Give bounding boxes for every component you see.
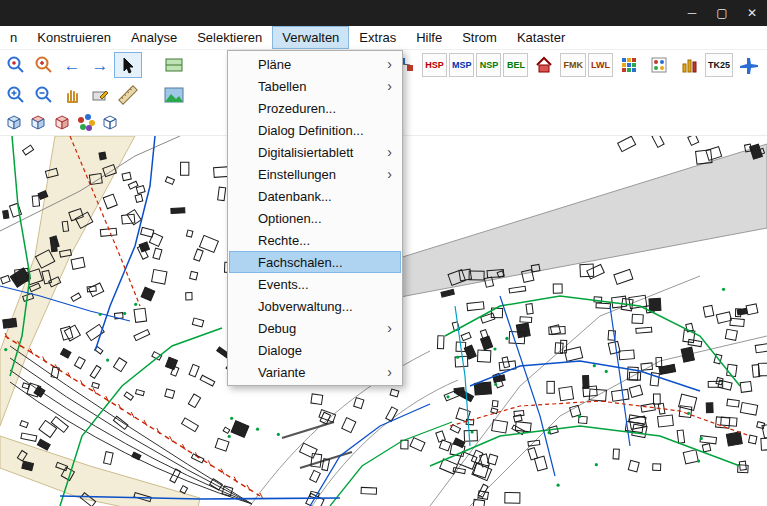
menu-item-fachschalen[interactable]: Fachschalen... (229, 251, 401, 273)
fachschale-bel-button[interactable]: BEL (503, 53, 528, 77)
menu-item-plaene[interactable]: Pläne› (229, 53, 401, 75)
back-button[interactable]: ← (58, 52, 86, 78)
back-arrow-icon: ← (64, 57, 81, 74)
airplane-icon (738, 54, 760, 76)
submenu-arrow-icon: › (387, 321, 392, 335)
fachschale-lwl-button[interactable]: LWL (588, 53, 613, 77)
cube-red-icon (53, 114, 71, 132)
zoom-select-button[interactable] (2, 52, 30, 78)
menubar-item-konstruieren[interactable]: Konstruieren (27, 26, 121, 49)
menu-item-digitalisiertablett[interactable]: Digitalisiertablett› (229, 141, 401, 163)
zoom-in-icon (6, 85, 26, 105)
menubar-item-strom[interactable]: Strom (452, 26, 507, 49)
fachschale-hsp-button[interactable]: HSP (422, 53, 447, 77)
fachschale-nsp-button[interactable]: NSP (476, 53, 501, 77)
pointer-tool-button[interactable] (114, 52, 142, 78)
zoom-out-icon (34, 85, 54, 105)
menu-item-datenbank[interactable]: Datenbank... (229, 185, 401, 207)
menubar-item-verwalten[interactable]: Verwalten (272, 26, 349, 49)
toolbar-mid-group-2 (160, 82, 188, 108)
close-button[interactable]: ✕ (737, 0, 767, 26)
menubar-item-kataster[interactable]: Kataster (507, 26, 575, 49)
menu-item-events[interactable]: Events... (229, 273, 401, 295)
printer-pencil-icon (90, 85, 110, 105)
raster-icon (620, 56, 638, 74)
menubar-item-extras[interactable]: Extras (349, 26, 406, 49)
raster-layer-button-1[interactable] (615, 52, 643, 78)
zoom-in-button[interactable] (2, 82, 30, 108)
cube-view-button-3[interactable] (50, 113, 74, 133)
columns-icon (680, 56, 698, 74)
verwalten-menu: Pläne› Tabellen› Prozeduren... Dialog De… (227, 50, 403, 386)
menubar-item-selektieren[interactable]: Selektieren (187, 26, 272, 49)
redline-button[interactable] (86, 82, 114, 108)
fachschale-msp-button[interactable]: MSP (449, 53, 475, 77)
toolbar-right-group: HSP MSP NSP BEL FMK LWL TK25 (362, 52, 763, 78)
chart-columns-button[interactable] (675, 52, 703, 78)
raster-grid-icon (650, 56, 668, 74)
cube-view-button-1[interactable] (2, 113, 26, 133)
tk25-button[interactable]: TK25 (705, 53, 733, 77)
submenu-arrow-icon: › (387, 79, 392, 93)
ruler-icon (117, 84, 139, 106)
cube-view-button-2[interactable] (26, 113, 50, 133)
menubar-item-analyse[interactable]: Analyse (121, 26, 187, 49)
menu-item-prozeduren[interactable]: Prozeduren... (229, 97, 401, 119)
menu-item-einstellungen[interactable]: Einstellungen› (229, 163, 401, 185)
house-icon (534, 55, 554, 75)
submenu-arrow-icon: › (387, 57, 392, 71)
toolbar-mid-group (160, 52, 188, 78)
fachschale-fmk-button[interactable]: FMK (560, 53, 586, 77)
menu-item-optionen[interactable]: Optionen... (229, 207, 401, 229)
minimize-button[interactable]: ─ (677, 0, 707, 26)
cube-red-blue-icon (29, 114, 47, 132)
menubar-item-truncated[interactable]: n (0, 26, 27, 49)
submenu-arrow-icon: › (387, 167, 392, 181)
forward-arrow-icon: → (92, 57, 109, 74)
menubar: n Konstruieren Analyse Selektieren Verwa… (0, 26, 767, 50)
cube-outline-icon (101, 114, 119, 132)
magnifier-star-icon (34, 55, 54, 75)
airplane-button[interactable] (735, 52, 763, 78)
menu-item-jobverwaltung[interactable]: Jobverwaltung... (229, 295, 401, 317)
submenu-arrow-icon: › (387, 365, 392, 379)
plan-sheet-button[interactable] (160, 52, 188, 78)
menu-item-dialoge[interactable]: Dialoge (229, 339, 401, 361)
menu-item-dialog-definition[interactable]: Dialog Definition... (229, 119, 401, 141)
menu-item-tabellen[interactable]: Tabellen› (229, 75, 401, 97)
zoom-out-button[interactable] (30, 82, 58, 108)
forward-button[interactable]: → (86, 52, 114, 78)
menu-item-rechte[interactable]: Rechte... (229, 229, 401, 251)
theme-dots-button[interactable] (74, 113, 98, 133)
submenu-arrow-icon: › (387, 145, 392, 159)
maximize-button[interactable]: ▢ (707, 0, 737, 26)
titlebar: ─ ▢ ✕ (0, 0, 767, 26)
menubar-item-hilfe[interactable]: Hilfe (406, 26, 452, 49)
plan-sheet-icon (164, 56, 184, 74)
photo-button[interactable] (160, 82, 188, 108)
cursor-icon (119, 56, 137, 74)
raster-layer-button-2[interactable] (645, 52, 673, 78)
menu-item-variante[interactable]: Variante› (229, 361, 401, 383)
hand-icon (62, 85, 82, 105)
zoom-extent-button[interactable] (30, 52, 58, 78)
magnifier-icon (6, 55, 26, 75)
house-tool-button[interactable] (530, 52, 558, 78)
pan-button[interactable] (58, 82, 86, 108)
app-window: ─ ▢ ✕ n Konstruieren Analyse Selektieren… (0, 0, 767, 506)
cube-blue-icon (5, 114, 23, 132)
colored-dots-icon (75, 113, 97, 133)
cube-view-button-4[interactable] (98, 113, 122, 133)
menu-item-debug[interactable]: Debug› (229, 317, 401, 339)
photo-icon (164, 87, 184, 103)
measure-button[interactable] (114, 82, 142, 108)
